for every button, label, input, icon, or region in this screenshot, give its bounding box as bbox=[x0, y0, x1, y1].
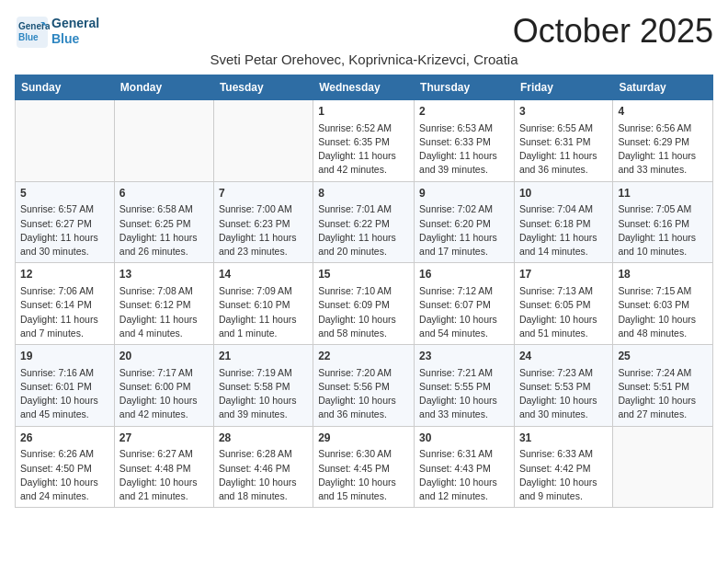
calendar-cell: 23Sunrise: 7:21 AM Sunset: 5:55 PM Dayli… bbox=[415, 345, 515, 427]
calendar-cell: 16Sunrise: 7:12 AM Sunset: 6:07 PM Dayli… bbox=[415, 263, 515, 345]
calendar-cell: 12Sunrise: 7:06 AM Sunset: 6:14 PM Dayli… bbox=[16, 263, 115, 345]
calendar-cell: 8Sunrise: 7:01 AM Sunset: 6:22 PM Daylig… bbox=[313, 181, 415, 263]
calendar-cell: 17Sunrise: 7:13 AM Sunset: 6:05 PM Dayli… bbox=[514, 263, 612, 345]
day-number: 14 bbox=[219, 267, 308, 282]
calendar-cell: 27Sunrise: 6:27 AM Sunset: 4:48 PM Dayli… bbox=[114, 426, 213, 508]
calendar-cell: 11Sunrise: 7:05 AM Sunset: 6:16 PM Dayli… bbox=[613, 181, 713, 263]
day-content: Sunrise: 7:08 AM Sunset: 6:12 PM Dayligh… bbox=[119, 284, 209, 340]
day-number: 18 bbox=[618, 267, 708, 282]
day-content: Sunrise: 7:01 AM Sunset: 6:22 PM Dayligh… bbox=[318, 202, 409, 259]
day-number: 7 bbox=[219, 186, 308, 201]
day-number: 8 bbox=[318, 186, 409, 201]
svg-text:Blue: Blue bbox=[18, 32, 39, 42]
day-number: 19 bbox=[20, 349, 109, 364]
calendar-cell: 24Sunrise: 7:23 AM Sunset: 5:53 PM Dayli… bbox=[514, 345, 612, 427]
calendar-cell: 13Sunrise: 7:08 AM Sunset: 6:12 PM Dayli… bbox=[114, 263, 213, 345]
day-content: Sunrise: 6:28 AM Sunset: 4:46 PM Dayligh… bbox=[219, 447, 308, 503]
day-content: Sunrise: 7:05 AM Sunset: 6:16 PM Dayligh… bbox=[618, 202, 708, 259]
day-content: Sunrise: 7:23 AM Sunset: 5:53 PM Dayligh… bbox=[519, 366, 608, 422]
day-number: 20 bbox=[119, 349, 209, 364]
day-number: 29 bbox=[318, 431, 409, 446]
calendar-cell: 19Sunrise: 7:16 AM Sunset: 6:01 PM Dayli… bbox=[16, 345, 115, 427]
day-content: Sunrise: 7:06 AM Sunset: 6:14 PM Dayligh… bbox=[20, 284, 109, 340]
day-content: Sunrise: 6:55 AM Sunset: 6:31 PM Dayligh… bbox=[519, 121, 608, 178]
day-number: 4 bbox=[618, 104, 708, 120]
calendar-cell bbox=[114, 100, 213, 182]
calendar-cell: 4Sunrise: 6:56 AM Sunset: 6:29 PM Daylig… bbox=[613, 100, 713, 182]
calendar-cell: 9Sunrise: 7:02 AM Sunset: 6:20 PM Daylig… bbox=[415, 181, 515, 263]
day-content: Sunrise: 6:52 AM Sunset: 6:35 PM Dayligh… bbox=[318, 121, 409, 178]
day-content: Sunrise: 7:19 AM Sunset: 5:58 PM Dayligh… bbox=[219, 366, 308, 422]
day-number: 27 bbox=[119, 431, 209, 446]
page-header: General Blue General Blue October 2025 bbox=[15, 15, 713, 48]
day-number: 12 bbox=[20, 267, 109, 282]
calendar-cell: 18Sunrise: 7:15 AM Sunset: 6:03 PM Dayli… bbox=[613, 263, 713, 345]
day-number: 24 bbox=[519, 349, 608, 364]
calendar-cell: 21Sunrise: 7:19 AM Sunset: 5:58 PM Dayli… bbox=[213, 345, 313, 427]
day-content: Sunrise: 6:26 AM Sunset: 4:50 PM Dayligh… bbox=[20, 447, 109, 503]
day-content: Sunrise: 7:24 AM Sunset: 5:51 PM Dayligh… bbox=[618, 366, 708, 422]
day-content: Sunrise: 6:56 AM Sunset: 6:29 PM Dayligh… bbox=[618, 121, 708, 178]
calendar-cell bbox=[213, 100, 313, 182]
calendar-cell: 26Sunrise: 6:26 AM Sunset: 4:50 PM Dayli… bbox=[16, 426, 115, 508]
calendar-cell: 25Sunrise: 7:24 AM Sunset: 5:51 PM Dayli… bbox=[613, 345, 713, 427]
weekday-header-saturday: Saturday bbox=[613, 75, 713, 100]
day-content: Sunrise: 7:15 AM Sunset: 6:03 PM Dayligh… bbox=[618, 284, 708, 340]
day-content: Sunrise: 6:30 AM Sunset: 4:45 PM Dayligh… bbox=[318, 447, 409, 503]
location-title: Sveti Petar Orehovec, Koprivnica-Krizevc… bbox=[15, 52, 713, 67]
day-content: Sunrise: 7:12 AM Sunset: 6:07 PM Dayligh… bbox=[419, 284, 509, 340]
day-content: Sunrise: 7:04 AM Sunset: 6:18 PM Dayligh… bbox=[519, 202, 608, 259]
day-content: Sunrise: 6:57 AM Sunset: 6:27 PM Dayligh… bbox=[20, 202, 109, 259]
logo-icon: General Blue bbox=[15, 15, 48, 48]
calendar-cell: 7Sunrise: 7:00 AM Sunset: 6:23 PM Daylig… bbox=[213, 181, 313, 263]
day-number: 31 bbox=[519, 431, 608, 446]
day-content: Sunrise: 7:02 AM Sunset: 6:20 PM Dayligh… bbox=[419, 202, 509, 259]
calendar-cell: 3Sunrise: 6:55 AM Sunset: 6:31 PM Daylig… bbox=[514, 100, 612, 182]
calendar-cell: 10Sunrise: 7:04 AM Sunset: 6:18 PM Dayli… bbox=[514, 181, 612, 263]
day-number: 30 bbox=[419, 431, 509, 446]
day-number: 1 bbox=[318, 104, 409, 120]
weekday-header-friday: Friday bbox=[514, 75, 612, 100]
day-content: Sunrise: 6:53 AM Sunset: 6:33 PM Dayligh… bbox=[419, 121, 509, 178]
calendar-cell: 31Sunrise: 6:33 AM Sunset: 4:42 PM Dayli… bbox=[514, 426, 612, 508]
weekday-header-tuesday: Tuesday bbox=[213, 75, 313, 100]
day-content: Sunrise: 6:27 AM Sunset: 4:48 PM Dayligh… bbox=[119, 447, 209, 503]
calendar-cell: 29Sunrise: 6:30 AM Sunset: 4:45 PM Dayli… bbox=[313, 426, 415, 508]
day-content: Sunrise: 7:13 AM Sunset: 6:05 PM Dayligh… bbox=[519, 284, 608, 340]
weekday-header-row: SundayMondayTuesdayWednesdayThursdayFrid… bbox=[16, 75, 713, 100]
logo-text: General Blue bbox=[51, 16, 99, 47]
day-content: Sunrise: 7:20 AM Sunset: 5:56 PM Dayligh… bbox=[318, 366, 409, 422]
day-number: 23 bbox=[419, 349, 509, 364]
day-content: Sunrise: 7:09 AM Sunset: 6:10 PM Dayligh… bbox=[219, 284, 308, 340]
day-content: Sunrise: 7:17 AM Sunset: 6:00 PM Dayligh… bbox=[119, 366, 209, 422]
svg-text:General: General bbox=[18, 21, 50, 31]
calendar-cell: 22Sunrise: 7:20 AM Sunset: 5:56 PM Dayli… bbox=[313, 345, 415, 427]
day-number: 15 bbox=[318, 267, 409, 282]
day-number: 22 bbox=[318, 349, 409, 364]
weekday-header-wednesday: Wednesday bbox=[313, 75, 415, 100]
day-number: 25 bbox=[618, 349, 708, 364]
day-content: Sunrise: 6:58 AM Sunset: 6:25 PM Dayligh… bbox=[119, 202, 209, 259]
calendar-week-4: 19Sunrise: 7:16 AM Sunset: 6:01 PM Dayli… bbox=[16, 345, 713, 427]
day-number: 13 bbox=[119, 267, 209, 282]
calendar-cell bbox=[16, 100, 115, 182]
calendar-week-2: 5Sunrise: 6:57 AM Sunset: 6:27 PM Daylig… bbox=[16, 181, 713, 263]
day-number: 17 bbox=[519, 267, 608, 282]
day-number: 11 bbox=[618, 186, 708, 201]
calendar-body: 1Sunrise: 6:52 AM Sunset: 6:35 PM Daylig… bbox=[16, 100, 713, 508]
day-number: 3 bbox=[519, 104, 608, 120]
calendar-cell: 30Sunrise: 6:31 AM Sunset: 4:43 PM Dayli… bbox=[415, 426, 515, 508]
day-number: 10 bbox=[519, 186, 608, 201]
day-number: 16 bbox=[419, 267, 509, 282]
calendar-week-5: 26Sunrise: 6:26 AM Sunset: 4:50 PM Dayli… bbox=[16, 426, 713, 508]
weekday-header-thursday: Thursday bbox=[415, 75, 515, 100]
month-title: October 2025 bbox=[513, 15, 713, 48]
day-content: Sunrise: 7:21 AM Sunset: 5:55 PM Dayligh… bbox=[419, 366, 509, 422]
calendar-cell: 20Sunrise: 7:17 AM Sunset: 6:00 PM Dayli… bbox=[114, 345, 213, 427]
day-number: 21 bbox=[219, 349, 308, 364]
day-content: Sunrise: 6:33 AM Sunset: 4:42 PM Dayligh… bbox=[519, 447, 608, 503]
day-content: Sunrise: 7:10 AM Sunset: 6:09 PM Dayligh… bbox=[318, 284, 409, 340]
calendar-week-1: 1Sunrise: 6:52 AM Sunset: 6:35 PM Daylig… bbox=[16, 100, 713, 182]
calendar-table: SundayMondayTuesdayWednesdayThursdayFrid… bbox=[15, 75, 713, 508]
weekday-header-sunday: Sunday bbox=[16, 75, 115, 100]
